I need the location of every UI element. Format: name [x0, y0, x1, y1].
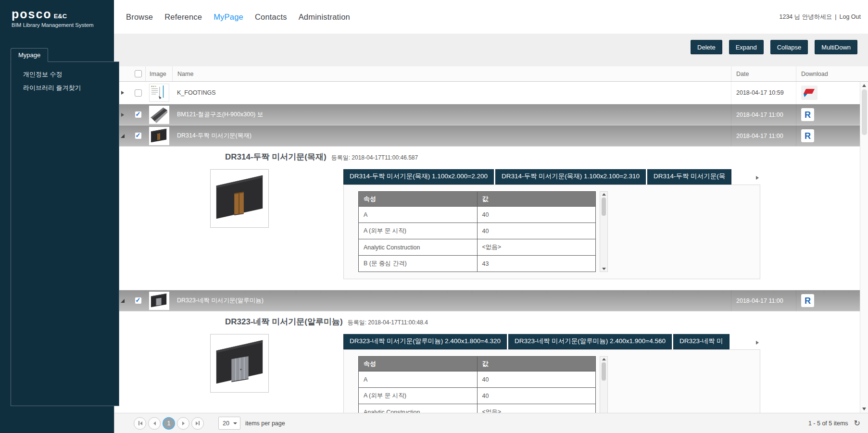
logout-link[interactable]: Log Out	[840, 13, 861, 20]
last-page-button[interactable]	[191, 417, 204, 430]
row-expand-icon[interactable]	[121, 113, 124, 117]
user-area: 1234 님 안녕하세요 | Log Out	[780, 13, 861, 21]
type-tab[interactable]: DR323-네짝 미서기문(알루미늄) 2.400x1.900=4.560	[508, 334, 672, 349]
type-tab[interactable]: DR314-두짝 미서기문(목	[647, 169, 731, 185]
grid-pager: 1 20 items per page 1 - 5 of 5 items ↻	[114, 413, 868, 433]
value-column-header: 값	[477, 192, 596, 207]
nav-item-administration[interactable]: Administration	[299, 12, 350, 22]
row-checkbox[interactable]	[135, 297, 142, 304]
scroll-up-icon[interactable]	[602, 358, 606, 360]
property-key: A (외부 문 시작)	[359, 223, 478, 239]
property-table: 속성 값 A 40 A (외부 문 시작)	[358, 356, 596, 413]
expand-button[interactable]: Expand	[729, 40, 764, 54]
detail-template: DR323-네짝 미서기문(알루미늄) 2.400x1.800=4.320 DR…	[343, 334, 760, 413]
regdate-value: 2018-04-17T11:00:46.587	[352, 154, 418, 161]
first-page-button[interactable]	[134, 417, 146, 430]
scrollbar-thumb[interactable]	[602, 362, 606, 381]
row-expand-icon[interactable]	[121, 91, 124, 95]
sidebar-item-profile-edit[interactable]: 개인정보 수정	[11, 68, 119, 81]
items-per-page-label: items per page	[245, 420, 285, 427]
property-row: Analytic Construction <없음>	[359, 404, 596, 413]
property-row: Analytic Construction <없음>	[359, 239, 596, 256]
previous-page-button[interactable]	[148, 417, 161, 430]
header-checkbox-cell	[131, 66, 145, 81]
user-greeting: 1234 님 안녕하세요	[780, 13, 832, 21]
row-checkbox[interactable]	[135, 89, 142, 97]
scroll-down-icon[interactable]	[602, 268, 606, 270]
scrollbar-thumb[interactable]	[602, 198, 606, 216]
greeting-separator: |	[835, 13, 836, 20]
grid-row[interactable]: DR314-두짝 미서기문(목재) 2018-04-17 11:00 R	[114, 125, 860, 147]
page-size-dropdown[interactable]: 20	[218, 417, 240, 430]
tabs-scroll-right-icon[interactable]	[756, 176, 759, 180]
triangle-left-icon	[140, 421, 142, 425]
sidebar-panel: 개인정보 수정 라이브러리 즐겨찾기	[11, 62, 119, 406]
column-header-name[interactable]: Name	[172, 66, 731, 81]
row-checkbox[interactable]	[135, 111, 142, 118]
row-checkbox[interactable]	[135, 132, 142, 139]
row-collapse-icon[interactable]	[121, 299, 125, 303]
row-date: 2018-04-17 10:59	[731, 82, 796, 104]
logo-text: posco	[12, 8, 52, 20]
scroll-down-icon[interactable]	[862, 408, 866, 410]
collapse-button[interactable]: Collapse	[770, 40, 808, 54]
property-row: A (외부 문 시작) 40	[359, 223, 596, 239]
detail-title-row: DR314-두짝 미서기문(목재) 등록일: 2018-04-17T11:00:…	[225, 151, 860, 162]
refresh-icon[interactable]: ↻	[854, 420, 860, 427]
scroll-up-icon[interactable]	[602, 193, 606, 196]
select-all-checkbox[interactable]	[135, 70, 142, 77]
nav-item-mypage[interactable]: MyPage	[214, 12, 243, 22]
nav-item-contacts[interactable]: Contacts	[255, 12, 287, 22]
delete-button[interactable]: Delete	[691, 40, 722, 54]
revit-r-glyph: R	[805, 297, 811, 305]
property-table-scrollbar[interactable]	[600, 356, 608, 413]
grid-row[interactable]: DR323-네짝 미서기문(알루미늄) 2018-04-17 11:00 R	[114, 290, 860, 311]
nav-item-reference[interactable]: Reference	[164, 12, 202, 22]
row-collapse-icon[interactable]	[121, 134, 125, 138]
type-tab[interactable]: DR323-네짝 미서기문(알루미늄) 2.400x1.800=4.320	[343, 334, 507, 349]
row-name: DR314-두짝 미서기문(목재)	[172, 125, 731, 146]
brand-tagline: BIM Library Management System	[12, 22, 114, 28]
grid-vertical-scrollbar[interactable]	[860, 82, 868, 413]
type-tab[interactable]: DR314-두짝 미서기문(목재) 1.100x2.100=2.310	[495, 169, 646, 185]
row-detail-dr314: DR314-두짝 미서기문(목재) 등록일: 2018-04-17T11:00:…	[114, 147, 860, 290]
row-date: 2018-04-17 11:00	[731, 104, 796, 125]
column-header-image[interactable]: Image	[145, 66, 172, 81]
row-thumbnail-alu-door	[149, 292, 169, 310]
property-table-scrollbar[interactable]	[600, 191, 608, 272]
logo-suffix: E&C	[54, 12, 67, 20]
type-tabstrip: DR323-네짝 미서기문(알루미늄) 2.400x1.800=4.320 DR…	[343, 334, 760, 349]
nav-item-browse[interactable]: Browse	[126, 12, 153, 22]
value-column-header: 값	[477, 357, 596, 371]
property-column-header: 속성	[359, 192, 478, 207]
next-page-button[interactable]	[177, 417, 189, 430]
scrollbar-thumb[interactable]	[862, 89, 867, 135]
detail-title-row: DR323-네짝 미서기문(알루미늄) 등록일: 2018-04-17T11:0…	[225, 316, 860, 327]
property-key: A (외부 문 시작)	[359, 388, 478, 404]
sidebar-item-library-favorites[interactable]: 라이브러리 즐겨찾기	[11, 81, 119, 95]
type-tab[interactable]: DR323-네짝 미	[673, 334, 730, 349]
autodesk-download-icon[interactable]	[801, 86, 818, 100]
revit-download-icon[interactable]: R	[801, 294, 814, 307]
brand-logo: posco E&C BIM Library Management System	[0, 0, 114, 28]
type-tab[interactable]: DR314-두짝 미서기문(목재) 1.100x2.000=2.200	[343, 169, 494, 185]
column-header-download[interactable]: Download	[796, 66, 860, 81]
revit-download-icon[interactable]: R	[801, 108, 814, 121]
property-value: 40	[477, 371, 596, 388]
current-page-button[interactable]: 1	[163, 417, 175, 430]
grid-row[interactable]: BM121-철골구조(H-900x300) 보 2018-04-17 11:00…	[114, 104, 860, 125]
row-date: 2018-04-17 11:00	[731, 125, 796, 146]
tabs-scroll-right-icon[interactable]	[756, 341, 759, 345]
property-value: <없음>	[477, 239, 596, 256]
property-key: A	[359, 207, 478, 223]
grid-row[interactable]: K_FOOTINGS 2018-04-17 10:59	[114, 82, 860, 104]
property-row: A 40	[359, 371, 596, 388]
sidebar-tab-mypage[interactable]: Mypage	[11, 48, 48, 62]
multidown-button[interactable]: MultiDown	[815, 40, 857, 54]
pager-range-label: 1 - 5 of 5 items	[808, 420, 848, 427]
regdate-label: 등록일:	[331, 154, 350, 161]
column-header-date[interactable]: Date	[731, 66, 796, 81]
revit-download-icon[interactable]: R	[801, 129, 814, 142]
grid-header: Image Name Date Download	[114, 66, 868, 82]
scroll-up-icon[interactable]	[862, 84, 866, 87]
